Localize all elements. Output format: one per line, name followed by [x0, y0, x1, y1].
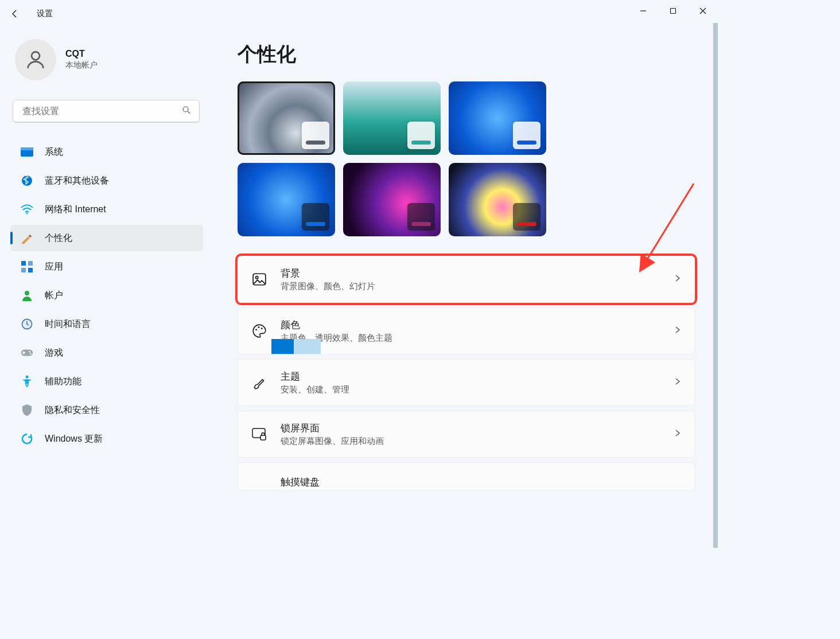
svg-rect-19	[253, 274, 266, 285]
nav-accessibility[interactable]: 辅助功能	[10, 368, 203, 395]
card-title: 锁屏界面	[281, 422, 384, 435]
theme-accent-bar	[517, 222, 536, 226]
svg-point-23	[261, 328, 263, 329]
card-title: 触摸键盘	[281, 476, 320, 489]
chevron-right-icon	[674, 326, 682, 336]
svg-point-17	[30, 353, 32, 354]
theme-thumbnail-3[interactable]	[238, 163, 335, 236]
svg-point-22	[258, 326, 260, 328]
svg-point-2	[32, 52, 40, 60]
scrollbar-track[interactable]	[713, 23, 718, 548]
card-title: 主题	[281, 370, 349, 383]
nav-update[interactable]: Windows 更新	[10, 426, 203, 452]
sidebar: CQT 本地帐户 系统 蓝牙和其他设备 网络和 Internet 个性化 应用 …	[0, 28, 207, 548]
wifi-icon	[21, 203, 33, 216]
time-icon	[21, 318, 33, 330]
nav-gaming[interactable]: 游戏	[10, 340, 203, 366]
avatar	[15, 39, 56, 80]
profile-block[interactable]: CQT 本地帐户	[10, 34, 203, 94]
maximize-button[interactable]	[658, 0, 688, 22]
svg-point-18	[26, 376, 29, 379]
card-subtitle: 背景图像、颜色、幻灯片	[281, 281, 375, 292]
back-button[interactable]	[5, 3, 25, 24]
theme-thumbnail-2[interactable]	[449, 81, 546, 155]
lockscreen-icon	[251, 426, 268, 443]
accounts-icon	[21, 289, 33, 302]
svg-line-4	[188, 111, 190, 114]
minimize-button[interactable]	[628, 0, 658, 22]
palette-icon	[251, 322, 268, 340]
system-icon	[21, 146, 33, 158]
svg-point-3	[183, 107, 188, 112]
nav-time[interactable]: 时间和语言	[10, 311, 203, 337]
svg-rect-11	[21, 268, 26, 272]
theme-accent-bar	[411, 141, 431, 145]
nav-bluetooth[interactable]: 蓝牙和其他设备	[10, 167, 203, 194]
nav-network[interactable]: 网络和 Internet	[10, 196, 203, 223]
theme-overlay	[513, 122, 540, 149]
minimize-icon	[640, 7, 647, 14]
card-title: 颜色	[281, 318, 392, 332]
theme-thumbnail-5[interactable]	[449, 163, 546, 236]
theme-accent-bar	[517, 141, 536, 145]
card-background[interactable]: 背景 背景图像、颜色、幻灯片	[238, 256, 695, 303]
svg-rect-10	[28, 261, 33, 266]
card-themes[interactable]: 主题 安装、创建、管理	[238, 359, 695, 406]
personalization-icon	[21, 232, 33, 244]
nav-system[interactable]: 系统	[10, 139, 203, 165]
gaming-icon	[21, 346, 33, 359]
theme-overlay	[513, 203, 540, 231]
brush-icon	[251, 374, 268, 391]
person-icon	[24, 48, 47, 71]
accessibility-icon	[21, 375, 33, 388]
nav-accounts[interactable]: 帐户	[10, 282, 203, 309]
nav-apps[interactable]: 应用	[10, 254, 203, 280]
svg-rect-9	[21, 261, 26, 266]
search-icon	[181, 105, 192, 118]
privacy-icon	[21, 404, 33, 416]
svg-point-8	[26, 213, 28, 215]
theme-accent-bar	[306, 141, 325, 145]
apps-icon	[21, 260, 33, 273]
card-title: 背景	[281, 267, 375, 280]
nav-personalization[interactable]: 个性化	[10, 225, 203, 251]
arrow-left-icon	[10, 9, 20, 18]
titlebar: 设置	[0, 0, 718, 28]
decorative-patch	[271, 339, 321, 354]
theme-thumbnail-0[interactable]	[238, 81, 335, 155]
svg-point-13	[25, 291, 29, 295]
theme-overlay	[407, 203, 435, 231]
search-input[interactable]	[13, 100, 200, 123]
theme-overlay	[302, 203, 329, 231]
profile-subtitle: 本地帐户	[65, 60, 98, 71]
svg-rect-6	[21, 147, 33, 150]
svg-rect-1	[671, 9, 676, 14]
card-touch-keyboard[interactable]: 触摸键盘	[238, 462, 695, 491]
svg-point-21	[255, 329, 257, 330]
theme-accent-bar	[411, 222, 431, 226]
card-subtitle: 安装、创建、管理	[281, 384, 349, 395]
svg-point-16	[29, 351, 30, 353]
chevron-right-icon	[674, 274, 682, 285]
card-lockscreen[interactable]: 锁屏界面 锁定屏幕图像、应用和动画	[238, 411, 695, 458]
close-icon	[699, 7, 706, 14]
svg-rect-12	[28, 268, 33, 272]
theme-grid	[238, 81, 695, 236]
theme-accent-bar	[306, 222, 325, 226]
theme-thumbnail-4[interactable]	[343, 163, 441, 236]
nav-privacy[interactable]: 隐私和安全性	[10, 397, 203, 423]
svg-rect-25	[260, 435, 266, 440]
page-title: 个性化	[238, 41, 695, 68]
keyboard-icon	[251, 473, 268, 490]
update-icon	[21, 433, 33, 445]
close-button[interactable]	[688, 0, 718, 22]
svg-point-20	[256, 276, 258, 279]
theme-thumbnail-1[interactable]	[343, 81, 441, 155]
theme-overlay	[302, 122, 329, 149]
theme-overlay	[407, 122, 435, 149]
card-subtitle: 锁定屏幕图像、应用和动画	[281, 436, 384, 447]
maximize-icon	[670, 7, 676, 14]
search-wrap	[13, 100, 200, 123]
profile-name: CQT	[65, 49, 98, 59]
content-area: 个性化 背景 背景图像、颜色、幻灯片 颜色 主题色、透明效果、颜色主题 主题 安…	[207, 28, 718, 548]
